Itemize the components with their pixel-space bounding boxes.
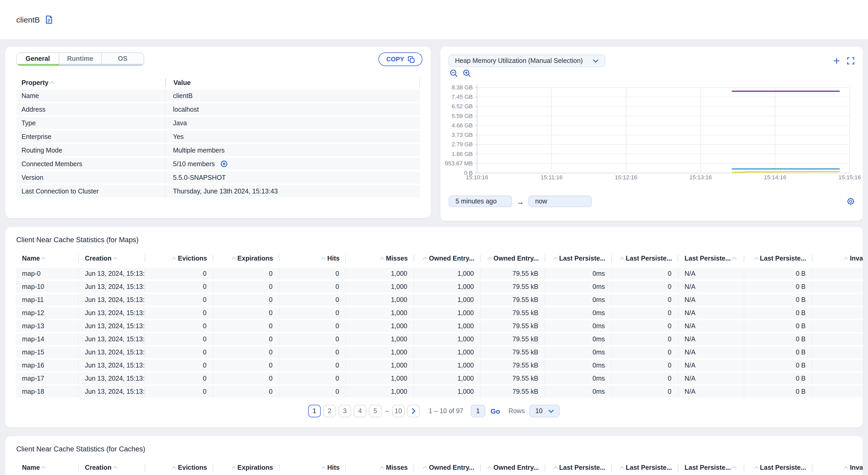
table-cell: 0	[145, 347, 213, 358]
metric-select[interactable]: Heap Memory Utilization (Manual Selectio…	[448, 55, 606, 67]
settings-button[interactable]	[846, 197, 855, 206]
rows-per-page-select[interactable]: 10	[529, 405, 560, 417]
column-header[interactable]: Name	[16, 460, 79, 475]
zoom-in-button[interactable]	[463, 69, 471, 78]
table-cell: map-14	[16, 333, 79, 345]
page-number-input[interactable]	[471, 405, 485, 417]
column-header[interactable]: Last Persiste...	[744, 460, 812, 475]
copy-button[interactable]: COPY	[378, 53, 423, 66]
table-cell: 0	[279, 294, 346, 306]
table-cell: 0 B	[744, 268, 812, 279]
sort-chevron-icon	[172, 257, 176, 261]
table-cell: 0	[213, 268, 279, 279]
column-header[interactable]: Last Persiste...	[612, 250, 678, 266]
table-cell: 1,000	[346, 347, 414, 358]
value-cell: clientB	[165, 90, 420, 102]
table-cell: 0	[612, 268, 678, 279]
chevron-down-icon	[593, 59, 598, 63]
column-header[interactable]: Evictions	[145, 250, 213, 266]
sort-chevron-icon	[231, 257, 236, 261]
table-cell: 0	[213, 307, 279, 319]
column-header[interactable]: Evictions	[145, 460, 213, 475]
property-cell: Connected Members	[16, 158, 165, 170]
table-cell: 0 B	[744, 360, 812, 371]
column-header-property[interactable]: Property	[16, 79, 165, 87]
go-button[interactable]: Go	[491, 407, 500, 415]
column-header[interactable]: Owned Entry...	[414, 250, 480, 266]
plus-icon	[833, 57, 840, 64]
table-cell: 1,000	[414, 373, 480, 384]
table-row: map-12Jun 13, 2024, 15:13:450001,0001,00…	[16, 307, 863, 319]
page-button-2[interactable]: 2	[323, 405, 336, 417]
table-row: map-14Jun 13, 2024, 15:13:450001,0001,00…	[16, 333, 863, 345]
add-chart-button[interactable]	[833, 57, 840, 64]
sort-chevron-icon	[380, 257, 384, 261]
table-cell: 1,000	[414, 347, 480, 358]
column-header-label: Misses	[386, 464, 408, 471]
table-cell: 1,000	[346, 294, 414, 306]
value-cell: Thursday, June 13th 2024, 15:13:43	[165, 185, 420, 197]
table-cell: 79.55 kB	[480, 360, 545, 371]
eye-icon[interactable]	[220, 160, 228, 168]
table-cell: N/A	[678, 320, 744, 332]
column-header[interactable]: Last Persiste...	[744, 250, 812, 266]
column-header[interactable]: Last Persiste...	[545, 250, 612, 266]
table-cell: 0ms	[545, 373, 612, 384]
page-button-4[interactable]: 4	[354, 405, 366, 417]
table-cell	[812, 281, 863, 293]
table-cell: 0	[612, 373, 678, 384]
range-arrow-icon: →	[516, 197, 524, 206]
svg-text:7.45 GB: 7.45 GB	[452, 94, 473, 100]
column-header[interactable]: Misses	[346, 460, 414, 475]
column-header[interactable]: Misses	[346, 250, 414, 266]
next-page-button[interactable]	[407, 405, 420, 417]
table-cell: N/A	[678, 347, 744, 358]
page-button-last[interactable]: 10	[392, 405, 405, 417]
fullscreen-button[interactable]	[847, 57, 855, 64]
table-cell: 0	[213, 333, 279, 345]
column-header[interactable]: Hits	[279, 460, 346, 475]
column-header[interactable]: Invalida	[812, 250, 863, 266]
tab-os[interactable]: OS	[102, 53, 144, 65]
sort-chevron-icon	[50, 81, 54, 86]
column-header[interactable]: Owned Entry...	[414, 460, 480, 475]
table-cell: 0	[145, 360, 213, 371]
sort-chevron-icon	[113, 466, 117, 471]
column-header[interactable]: Last Persiste...	[545, 460, 612, 475]
table-cell: Jun 13, 2024, 15:13:44	[79, 281, 145, 293]
column-header[interactable]: Invalida	[812, 460, 863, 475]
pagination-range-text: 1 – 10 of 97	[429, 407, 463, 415]
maps-table: NameCreationEvictionsExpirationsHitsMiss…	[16, 250, 863, 397]
column-header-label: Evictions	[178, 464, 207, 471]
table-cell: N/A	[678, 294, 744, 306]
column-header[interactable]: Name	[16, 250, 79, 266]
column-header[interactable]: Expirations	[213, 460, 279, 475]
column-header-label: Creation	[85, 464, 112, 471]
table-cell: Jun 13, 2024, 15:13:45	[79, 320, 145, 332]
table-cell	[812, 294, 863, 306]
column-header[interactable]: Creation	[79, 250, 145, 266]
page-button-5[interactable]: 5	[369, 405, 381, 417]
column-header[interactable]: Last Persiste...	[612, 460, 678, 475]
page-button-1[interactable]: 1	[308, 405, 321, 417]
column-header[interactable]: Owned Entry...	[480, 250, 545, 266]
column-header[interactable]: Last Persiste...	[678, 460, 744, 475]
chart-settings	[846, 197, 855, 206]
tab-general[interactable]: General	[17, 53, 59, 65]
table-cell	[812, 360, 863, 371]
table-cell	[812, 373, 863, 384]
column-header[interactable]: Creation	[79, 460, 145, 475]
zoom-out-button[interactable]	[450, 69, 458, 78]
time-to-input[interactable]	[528, 196, 592, 207]
page-button-3[interactable]: 3	[339, 405, 351, 417]
time-from-input[interactable]	[449, 196, 512, 207]
column-header-label: Last Persiste...	[760, 464, 806, 471]
info-panel-head: GeneralRuntimeOS COPY	[5, 47, 431, 66]
column-header[interactable]: Owned Entry...	[480, 460, 545, 475]
tab-runtime[interactable]: Runtime	[59, 53, 102, 65]
column-header[interactable]: Hits	[279, 250, 346, 266]
column-header[interactable]: Last Persiste...	[678, 250, 744, 266]
heap-memory-chart[interactable]: 8.38 GB7.45 GB6.52 GB5.59 GB4.66 GB3.73 …	[440, 77, 863, 188]
value-cell: Multiple members	[165, 144, 420, 156]
column-header[interactable]: Expirations	[213, 250, 279, 266]
